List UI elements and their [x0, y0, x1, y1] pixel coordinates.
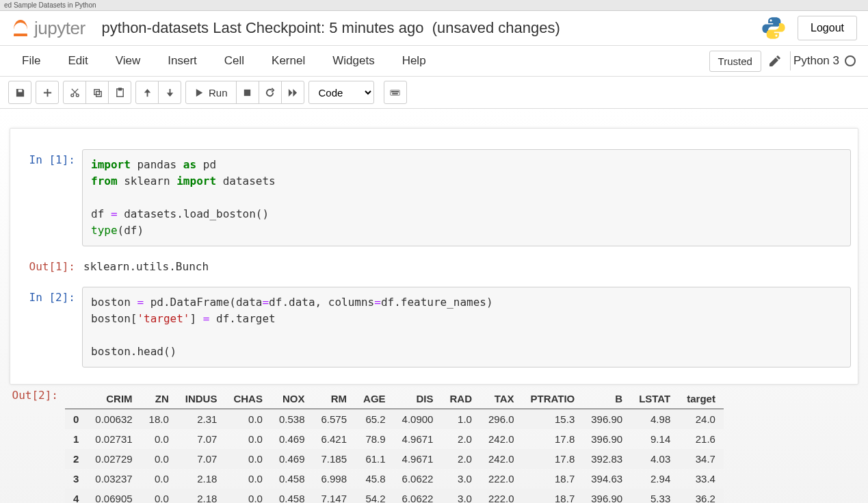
kernel-name: Python 3 [793, 54, 839, 68]
column-header: INDUS [177, 389, 226, 409]
cell: 17.8 [523, 449, 583, 469]
header: jupyter python-datasets Last Checkpoint:… [0, 11, 868, 46]
cell: 296.0 [480, 409, 523, 430]
menu-help[interactable]: Help [389, 49, 440, 73]
cell: 0.0 [225, 469, 271, 489]
cell: 6.575 [313, 409, 356, 430]
paste-button[interactable] [108, 81, 131, 104]
cell: 2.0 [441, 429, 480, 449]
cell: 6.421 [313, 429, 356, 449]
menubar: File Edit View Insert Cell Kernel Widget… [0, 46, 868, 77]
svg-rect-6 [244, 89, 250, 95]
jupyter-logo[interactable]: jupyter [11, 18, 86, 39]
output-prompt: Out[2]: [0, 385, 65, 503]
restart-button[interactable] [259, 81, 282, 104]
cell: 18.0 [141, 409, 177, 430]
column-header: DIS [394, 389, 442, 409]
trusted-badge[interactable]: Trusted [709, 51, 761, 72]
menu-cell[interactable]: Cell [211, 49, 258, 73]
jupyter-logo-text: jupyter [34, 18, 86, 39]
toolbar: Run Code [0, 77, 868, 109]
cell: 0.469 [271, 429, 313, 449]
table-row: 40.069050.02.180.00.4587.14754.26.06223.… [65, 489, 724, 503]
run-button[interactable]: Run [185, 81, 237, 104]
cell: 0.469 [271, 449, 313, 469]
cell: 0.0 [225, 429, 271, 449]
column-header: PTRATIO [523, 389, 583, 409]
pencil-icon[interactable] [770, 55, 780, 66]
cell: 222.0 [480, 489, 523, 503]
cell: 0.02731 [87, 429, 140, 449]
cell: 4.03 [631, 449, 679, 469]
interrupt-button[interactable] [236, 81, 259, 104]
code-cell[interactable]: In [1]: import pandas as pd from sklearn… [17, 149, 851, 246]
row-index: 1 [65, 429, 87, 449]
checkpoint-text: Last Checkpoint: 5 minutes ago [213, 19, 423, 36]
command-palette-button[interactable] [384, 81, 407, 104]
separator [790, 51, 791, 70]
kernel-status-icon [845, 55, 856, 66]
cell: 17.8 [523, 429, 583, 449]
column-header: TAX [480, 389, 523, 409]
move-up-button[interactable] [135, 81, 159, 104]
kernel-indicator[interactable]: Python 3 [793, 54, 856, 68]
logout-button[interactable]: Logout [798, 16, 857, 40]
title-area: python-datasets Last Checkpoint: 5 minut… [102, 19, 761, 37]
cell: 61.1 [355, 449, 394, 469]
cell: 242.0 [480, 429, 523, 449]
svg-rect-13 [393, 93, 398, 94]
menu-file[interactable]: File [8, 49, 54, 73]
code-input[interactable]: import pandas as pd from sklearn import … [82, 149, 851, 246]
cell: 2.0 [441, 449, 480, 469]
copy-button[interactable] [86, 81, 109, 104]
column-header: CHAS [225, 389, 271, 409]
cell: 0.03237 [87, 469, 140, 489]
menu-view[interactable]: View [102, 49, 155, 73]
cell: 0.00632 [87, 409, 140, 430]
cell: 0.0 [225, 489, 271, 503]
cell: 0.0 [141, 429, 177, 449]
dataframe-table: CRIMZNINDUSCHASNOXRMAGEDISRADTAXPTRATIOB… [65, 389, 724, 503]
cell: 0.0 [225, 449, 271, 469]
notebook-container: In [1]: import pandas as pd from sklearn… [10, 128, 858, 385]
column-header: CRIM [87, 389, 140, 409]
cell: 0.06905 [87, 489, 140, 503]
cell: 24.0 [679, 409, 724, 430]
cell: 0.0 [225, 409, 271, 430]
cell: 396.90 [583, 489, 631, 503]
cell: 54.2 [355, 489, 394, 503]
column-header: NOX [271, 389, 313, 409]
cut-button[interactable] [63, 81, 86, 104]
code-input[interactable]: boston = pd.DataFrame(data=df.data, colu… [82, 287, 851, 367]
cell: 78.9 [355, 429, 394, 449]
menu-insert[interactable]: Insert [154, 49, 211, 73]
cell: 0.0 [141, 489, 177, 503]
column-header: RAD [441, 389, 480, 409]
input-prompt: In [1]: [17, 149, 82, 246]
cell: 18.7 [523, 469, 583, 489]
svg-rect-12 [397, 91, 399, 92]
svg-rect-10 [395, 91, 396, 92]
output-prompt: Out[1]: [17, 256, 82, 273]
insert-cell-button[interactable] [36, 81, 59, 104]
cell: 4.9671 [394, 449, 442, 469]
cell: 36.2 [679, 489, 724, 503]
menu-widgets[interactable]: Widgets [319, 49, 388, 73]
move-down-button[interactable] [158, 81, 181, 104]
restart-run-all-button[interactable] [281, 81, 304, 104]
cell: 0.458 [271, 489, 313, 503]
column-header: RM [313, 389, 356, 409]
menu-kernel[interactable]: Kernel [258, 49, 319, 73]
cell: 18.7 [523, 489, 583, 503]
code-cell[interactable]: In [2]: boston = pd.DataFrame(data=df.da… [17, 287, 851, 367]
notebook-name[interactable]: python-datasets [102, 19, 209, 36]
cell-type-select[interactable]: Code [308, 81, 374, 104]
cell: 7.185 [313, 449, 356, 469]
cell: 2.18 [177, 489, 226, 503]
python-logo-icon [761, 15, 787, 41]
menu-edit[interactable]: Edit [54, 49, 101, 73]
output-text: sklearn.utils.Bunch [82, 256, 851, 273]
save-button[interactable] [8, 81, 31, 104]
cell: 9.14 [631, 429, 679, 449]
unsaved-text: (unsaved changes) [432, 19, 560, 36]
